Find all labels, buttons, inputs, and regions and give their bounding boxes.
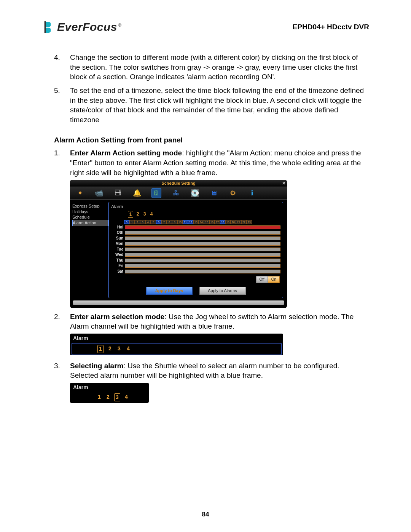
strip-label: Alarm — [70, 383, 149, 392]
display-icon[interactable]: 🖥 — [209, 189, 218, 198]
sidebar-item-alarm-action[interactable]: Alarm Action — [72, 220, 108, 226]
channel-4[interactable]: 4 — [149, 211, 154, 218]
hour-19[interactable]: 19 — [225, 220, 231, 224]
schedule-icon[interactable]: 🗓 — [151, 188, 161, 198]
channel-3[interactable]: 3 — [142, 211, 147, 218]
hour-15[interactable]: 15 — [204, 220, 209, 224]
continued-list: 4. Change the section to different mode … — [54, 53, 369, 125]
step-number: 1. — [54, 148, 70, 308]
day-bar[interactable] — [125, 242, 280, 246]
list-text: To set the end of a timezone, select the… — [70, 86, 369, 125]
hours-header: 01234567891011121314151617181920212223 — [124, 220, 280, 224]
hour-3[interactable]: 3 — [140, 220, 145, 224]
day-row-mon: Mon — [111, 241, 280, 246]
network-icon[interactable]: 🖧 — [171, 189, 180, 198]
hour-13[interactable]: 13 — [193, 220, 199, 224]
list-number: 4. — [54, 53, 70, 82]
hour-14[interactable]: 14 — [199, 220, 204, 224]
panel-title: Schedule Setting — [161, 181, 195, 186]
day-bar[interactable] — [125, 236, 280, 240]
day-label: Tue — [111, 247, 125, 252]
hour-4[interactable]: 4 — [145, 220, 151, 224]
list-number: 5. — [54, 86, 70, 125]
step-text: Selecting alarm: Use the Shuttle wheel t… — [70, 362, 339, 380]
alarm-numbers: 1234 — [97, 345, 279, 353]
wizard-icon[interactable]: ✦ — [75, 189, 84, 198]
sidebar-item-express[interactable]: Express Setup — [72, 203, 108, 209]
alarm-num-1[interactable]: 1 — [97, 345, 104, 353]
alarm-num-3[interactable]: 3 — [114, 393, 120, 401]
apply-to-days-button[interactable]: Apply to Days — [146, 287, 193, 295]
hour-0[interactable]: 0 — [124, 220, 129, 224]
sidebar-item-schedule[interactable]: Schedule — [72, 214, 108, 220]
hour-10[interactable]: 10 — [177, 220, 183, 224]
alarm-num-3[interactable]: 3 — [116, 345, 122, 353]
alarm-num-4[interactable]: 4 — [126, 345, 131, 353]
day-bar[interactable] — [125, 253, 280, 257]
day-row-oth: Oth — [111, 230, 280, 235]
day-row-hol: Hol — [111, 225, 280, 230]
strip-label: Alarm — [70, 334, 283, 343]
hour-2[interactable]: 2 — [135, 220, 140, 224]
day-row-sat: Sat — [111, 269, 280, 274]
alarm-num-1[interactable]: 1 — [97, 393, 102, 401]
day-label: Fri — [111, 263, 125, 268]
disk-icon[interactable]: 💽 — [190, 189, 199, 198]
day-label: Thu — [111, 258, 125, 263]
info-icon[interactable]: ℹ — [247, 189, 256, 198]
hour-7[interactable]: 7 — [161, 220, 167, 224]
alarm-num-2[interactable]: 2 — [107, 345, 113, 353]
day-bar[interactable] — [125, 270, 280, 273]
hour-1[interactable]: 1 — [129, 220, 135, 224]
hour-17[interactable]: 17 — [215, 220, 220, 224]
day-bar[interactable] — [125, 225, 280, 229]
hour-23[interactable]: 23 — [247, 220, 252, 224]
hour-8[interactable]: 8 — [167, 220, 172, 224]
on-button[interactable]: On — [268, 276, 280, 283]
step-3: 3. Selecting alarm: Use the Shuttle whee… — [54, 361, 369, 405]
on-off-toggle: Off On — [111, 276, 280, 283]
day-row-fri: Fri — [111, 263, 280, 268]
channel-1[interactable]: 1 — [128, 211, 133, 218]
system-gear-icon[interactable]: ⚙ — [228, 189, 237, 198]
step-text: Enter alarm selection mode: Use the Jog … — [70, 313, 354, 331]
alarm-bell-icon[interactable]: 🔔 — [132, 189, 142, 198]
day-bar[interactable] — [125, 264, 280, 268]
day-label: Oth — [111, 230, 125, 235]
off-button[interactable]: Off — [256, 276, 268, 283]
channel-row: 1234 — [128, 211, 280, 218]
hour-5[interactable]: 5 — [151, 220, 156, 224]
record-icon[interactable]: 🎞 — [113, 189, 123, 198]
hour-18[interactable]: 18 — [220, 220, 225, 224]
close-icon[interactable]: × — [282, 180, 285, 187]
hour-9[interactable]: 9 — [172, 220, 177, 224]
hour-20[interactable]: 20 — [231, 220, 236, 224]
camera-icon[interactable]: 📹 — [94, 189, 104, 198]
apply-row: Apply to Days Apply to Alarms — [111, 287, 280, 295]
alarm-strip-narrow: Alarm 1234 — [70, 383, 149, 403]
day-bar[interactable] — [125, 259, 280, 262]
hour-11[interactable]: 11 — [183, 220, 188, 224]
schedule-panel: Schedule Setting × ✦ 📹 🎞 🔔 🗓 🖧 💽 🖥 ⚙ ℹ — [70, 180, 287, 308]
hour-21[interactable]: 21 — [236, 220, 241, 224]
panel-titlebar: Schedule Setting × — [70, 180, 287, 187]
day-bar[interactable] — [125, 231, 280, 235]
day-bar[interactable] — [125, 248, 280, 251]
apply-to-alarms-button[interactable]: Apply to Alarms — [199, 287, 246, 295]
panel-statusbar — [73, 300, 284, 305]
hour-12[interactable]: 12 — [188, 220, 193, 224]
hour-22[interactable]: 22 — [241, 220, 247, 224]
hour-16[interactable]: 16 — [209, 220, 215, 224]
day-row-sun: Sun — [111, 236, 280, 241]
hour-6[interactable]: 6 — [156, 220, 161, 224]
alarm-numbers: 1234 — [97, 393, 145, 401]
page-header: EverFocus® EPHD04+ HDcctv DVR — [44, 21, 369, 34]
strip-body: 1234 — [72, 343, 282, 355]
step-number: 3. — [54, 361, 70, 405]
panel-toolbar: ✦ 📹 🎞 🔔 🗓 🖧 💽 🖥 ⚙ ℹ — [70, 187, 287, 200]
channel-2[interactable]: 2 — [135, 211, 140, 218]
alarm-num-2[interactable]: 2 — [105, 393, 111, 401]
alarm-num-4[interactable]: 4 — [124, 393, 129, 401]
sidebar-item-holidays[interactable]: Holidays — [72, 209, 108, 214]
strip-body: 1234 — [72, 392, 147, 403]
